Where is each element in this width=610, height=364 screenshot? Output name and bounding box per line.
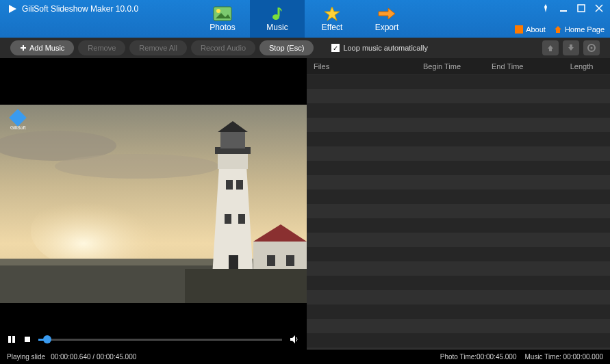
photo-time-label: Photo Time:: [440, 353, 476, 361]
svg-rect-28: [267, 255, 275, 266]
list-item[interactable]: [307, 103, 610, 118]
tab-export-label: Export: [375, 23, 399, 32]
stop-button[interactable]: Stop (Esc): [259, 40, 314, 55]
col-begin[interactable]: Begin Time: [423, 62, 492, 70]
settings-button[interactable]: [583, 40, 600, 55]
svg-rect-8: [578, 5, 585, 12]
list-item[interactable]: [307, 146, 610, 161]
volume-icon[interactable]: [289, 334, 300, 345]
photos-icon: [213, 6, 232, 21]
plus-icon: [20, 44, 27, 51]
progress-bar[interactable]: [38, 339, 282, 341]
loop-label: Loop music automatically: [343, 44, 428, 52]
toolbar-right: [542, 40, 600, 55]
pin-icon[interactable]: [540, 3, 551, 14]
list-item[interactable]: [307, 261, 610, 276]
list-item[interactable]: [307, 89, 610, 103]
tab-effect[interactable]: Effect: [305, 0, 359, 38]
list-item[interactable]: [307, 333, 610, 348]
remove-all-button[interactable]: Remove All: [129, 40, 187, 55]
list-item[interactable]: [307, 290, 610, 304]
list-item[interactable]: [307, 247, 610, 261]
list-item[interactable]: [307, 319, 610, 333]
loop-checkbox-wrap[interactable]: ✓ Loop music automatically: [331, 44, 428, 52]
svg-marker-5: [325, 7, 340, 21]
music-time-value: 00:00:00.000: [563, 353, 603, 361]
minimize-button[interactable]: [558, 3, 569, 14]
preview-canvas: GiliSoft: [0, 58, 307, 350]
toolbar: Add Music Remove Remove All Record Audio…: [0, 38, 610, 58]
svg-rect-23: [225, 214, 231, 224]
time-display: 00:00:00.640 / 00:00:45.000: [51, 353, 136, 361]
app-logo: GiliSoft Slideshow Maker 10.0.0: [0, 0, 145, 18]
list-item[interactable]: [307, 175, 610, 190]
list-item[interactable]: [307, 218, 610, 233]
remove-button[interactable]: Remove: [78, 40, 125, 55]
svg-marker-6: [544, 4, 547, 12]
tab-export[interactable]: Export: [359, 0, 414, 38]
pause-button[interactable]: [7, 335, 16, 344]
music-time: Music Time: 00:00:00.000: [524, 353, 603, 361]
svg-point-2: [216, 9, 220, 13]
record-audio-button[interactable]: Record Audio: [191, 40, 255, 55]
about-link[interactable]: About: [515, 25, 546, 34]
col-end[interactable]: End Time: [492, 62, 553, 70]
tab-photos[interactable]: Photos: [195, 0, 250, 38]
col-length[interactable]: Length: [553, 62, 610, 70]
svg-rect-18: [218, 153, 248, 169]
list-item[interactable]: [307, 132, 610, 146]
svg-marker-0: [9, 5, 16, 13]
list-item[interactable]: [307, 276, 610, 290]
svg-rect-21: [226, 180, 233, 190]
app-logo-icon: [7, 3, 18, 14]
move-down-button[interactable]: [563, 40, 579, 55]
add-music-button[interactable]: Add Music: [10, 40, 74, 55]
photo-time-value: 00:00:45.000: [476, 353, 516, 361]
list-item[interactable]: [307, 233, 610, 247]
window-controls: [540, 3, 605, 14]
list-item[interactable]: [307, 204, 610, 218]
arrow-up-icon: [546, 44, 555, 52]
home-label: Home Page: [565, 25, 605, 34]
svg-rect-29: [286, 255, 294, 266]
main-area: GiliSoft Files Begin Time End Time Lengt…: [0, 58, 610, 350]
app-title: GiliSoft Slideshow Maker 10.0.0: [22, 4, 138, 14]
home-link[interactable]: Home Page: [554, 25, 605, 34]
slide-image: GiliSoft: [0, 105, 307, 303]
svg-rect-20: [220, 132, 245, 148]
svg-rect-33: [25, 337, 30, 342]
effect-icon: [322, 6, 342, 21]
playing-label: Playing slide: [7, 353, 45, 361]
list-item[interactable]: [307, 304, 610, 319]
svg-rect-22: [236, 180, 243, 190]
titlebar: GiliSoft Slideshow Maker 10.0.0 Photos M…: [0, 0, 610, 38]
gear-icon: [587, 43, 596, 53]
maximize-button[interactable]: [576, 3, 587, 14]
music-time-label: Music Time:: [524, 353, 561, 361]
list-item[interactable]: [307, 75, 610, 89]
move-up-button[interactable]: [542, 40, 559, 55]
tab-music-label: Music: [266, 23, 288, 32]
col-files[interactable]: Files: [307, 62, 423, 70]
preview-pane: GiliSoft: [0, 58, 307, 350]
svg-point-11: [591, 47, 593, 49]
list-item[interactable]: [307, 118, 610, 132]
add-music-label: Add Music: [29, 44, 64, 52]
file-list-header: Files Begin Time End Time Length: [307, 58, 610, 75]
tab-music[interactable]: Music: [250, 0, 305, 38]
progress-thumb[interactable]: [43, 335, 51, 343]
list-item[interactable]: [307, 161, 610, 175]
list-item[interactable]: [307, 190, 610, 204]
watermark-icon: [10, 109, 27, 126]
stop-playback-button[interactable]: [23, 335, 31, 343]
close-button[interactable]: [594, 3, 605, 14]
titlebar-links: About Home Page: [515, 25, 605, 34]
photo-time: Photo Time:00:00:45.000: [440, 353, 517, 361]
svg-rect-9: [515, 25, 523, 34]
status-right: Photo Time:00:00:45.000 Music Time: 00:0…: [440, 353, 603, 361]
status-left: Playing slide 00:00:00.640 / 00:00:45.00…: [7, 353, 136, 361]
svg-rect-24: [238, 214, 245, 224]
tab-photos-label: Photos: [209, 23, 235, 32]
total-time: 00:00:45.000: [97, 353, 136, 361]
loop-checkbox[interactable]: ✓: [331, 44, 340, 52]
